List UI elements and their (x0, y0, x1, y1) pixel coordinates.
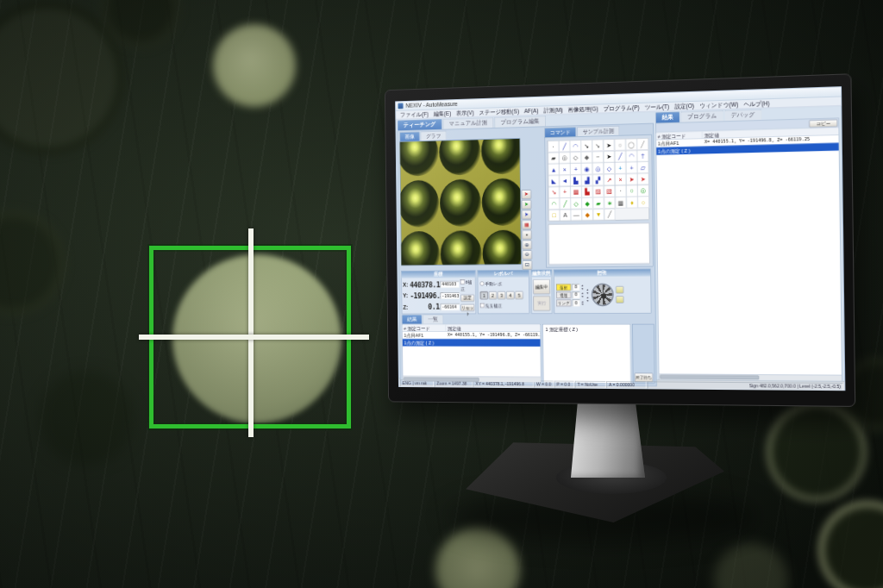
light-level-field[interactable]: 0 (572, 291, 579, 298)
measure-tool-icon[interactable]: — (571, 210, 582, 222)
measure-tool-icon[interactable]: ○ (626, 185, 637, 197)
measure-tool-icon[interactable]: + (570, 163, 581, 175)
measure-tool-icon[interactable]: + (560, 186, 571, 198)
measure-tool-icon[interactable]: ▲ (548, 164, 560, 176)
edit-state-button[interactable]: 実行 (533, 296, 550, 310)
measure-tool-icon[interactable]: ∗ (604, 197, 615, 209)
coordinate-set-button[interactable]: 設定 (460, 295, 474, 302)
measure-tool-icon[interactable]: ◠ (570, 141, 581, 153)
scrollbar-thumb[interactable] (660, 375, 759, 379)
measure-tool-icon[interactable]: ◆ (581, 152, 592, 164)
objective-select-button[interactable]: 2 (489, 291, 497, 299)
light-fine-spinner[interactable]: ▲▼ (586, 288, 590, 294)
bottom-tab[interactable]: 結果 (402, 315, 423, 324)
measure-tool-icon[interactable]: A (560, 210, 571, 222)
menu-item[interactable]: ヘルプ(H) (742, 99, 772, 109)
measure-tool-icon[interactable]: ▰ (592, 197, 604, 210)
measure-tool-icon[interactable]: ◣ (548, 175, 560, 187)
measure-tool-icon[interactable]: ◠ (548, 198, 560, 210)
measure-tool-icon[interactable]: ◎ (559, 152, 570, 164)
menu-item[interactable]: AF(A) (522, 107, 541, 115)
measure-tool-icon[interactable]: · (548, 141, 559, 153)
measure-tool-icon[interactable]: ◎ (592, 163, 604, 175)
measure-tool-icon[interactable]: ➤ (626, 173, 637, 185)
measure-tool-icon[interactable]: ○ (615, 139, 626, 151)
axis-target-field[interactable]: -191463 (441, 292, 460, 299)
measure-tool-icon[interactable]: ↗ (604, 174, 615, 186)
results-tab[interactable]: 結果 (655, 111, 680, 123)
measure-tool-icon[interactable]: ╱ (559, 141, 570, 153)
measure-tool-icon[interactable]: ◄ (560, 175, 571, 187)
light-fine-spinner[interactable]: ▲▼ (586, 296, 590, 302)
measure-tool-icon[interactable]: ▞ (592, 174, 604, 186)
measure-tool-icon[interactable]: · (615, 185, 626, 197)
light-level-field[interactable]: 8 (572, 284, 579, 291)
light-preset-button[interactable] (616, 286, 623, 293)
camera-live-view[interactable] (399, 138, 521, 266)
measure-tool-icon[interactable]: + (615, 162, 626, 174)
light-level-spinner[interactable]: ▲▼ (581, 284, 585, 290)
light-level-spinner[interactable]: ▲▼ (581, 300, 585, 306)
measure-tool-icon[interactable]: ➤ (604, 139, 615, 151)
measure-tool-icon[interactable]: ╱ (637, 138, 648, 150)
measure-tool-icon[interactable]: ▱ (637, 161, 648, 173)
measure-tool-icon[interactable]: ♦ (626, 197, 637, 209)
measure-tool-icon[interactable]: ◆ (582, 209, 593, 221)
measure-tool-icon[interactable]: × (559, 163, 570, 175)
axis-target-field[interactable]: -66164 (441, 303, 460, 310)
measure-tool-icon[interactable]: ◇ (571, 197, 582, 210)
table-row[interactable]: 1点目AF1 X= 440155.1, Y= -191496.8, Z= -66… (402, 332, 540, 340)
menu-item[interactable]: 計測(M) (542, 105, 565, 115)
measure-tool-icon[interactable]: ↘ (592, 140, 604, 152)
horizontal-scrollbar[interactable] (403, 376, 541, 383)
objective-select-button[interactable]: 5 (515, 291, 523, 299)
measure-tool-icon[interactable]: ◇ (570, 152, 581, 164)
light-level-spinner[interactable]: ▲▼ (581, 291, 585, 297)
image-tool-button[interactable]: ➤ (522, 190, 531, 199)
table-row[interactable]: 1点の測定 ( Z ) (403, 339, 541, 347)
measure-tool-icon[interactable]: ▦ (615, 197, 626, 209)
measure-tool-icon[interactable]: ▼ (593, 209, 604, 221)
measure-tool-icon[interactable]: ↘ (581, 140, 592, 152)
measure-tool-icon[interactable]: + (626, 162, 637, 174)
measure-tool-icon[interactable]: ▦ (571, 186, 582, 198)
measure-tool-icon[interactable]: ╱ (604, 209, 616, 221)
measure-tool-icon[interactable]: ▙ (581, 186, 592, 198)
measure-tool-icon[interactable]: ~ (592, 151, 604, 163)
measure-tool-icon[interactable]: ▧ (604, 185, 615, 197)
image-tool-button[interactable]: ▪ (522, 230, 531, 240)
menu-item[interactable]: 編集(E) (431, 109, 454, 118)
image-tool-button[interactable]: ▦ (522, 220, 531, 229)
horizontal-scrollbar[interactable] (659, 373, 842, 380)
measure-tool-icon[interactable]: ▰ (548, 152, 559, 164)
manual-revolver-radio[interactable]: 手動レボ (480, 281, 527, 287)
measure-tool-icon[interactable]: ▟ (581, 174, 592, 186)
measure-tool-icon[interactable]: ◉ (581, 163, 592, 175)
measure-tool-icon[interactable]: ▨ (592, 185, 604, 197)
measure-tool-icon[interactable]: ➤ (637, 173, 648, 185)
measure-tool-icon[interactable]: ◆ (582, 197, 593, 210)
image-tab[interactable]: グラフ (421, 131, 447, 141)
copy-button[interactable]: コピー (809, 119, 837, 127)
axis-target-field[interactable]: 440103 (441, 281, 460, 288)
coordinate-reset-button[interactable]: リセット (460, 304, 474, 311)
measure-tool-icon[interactable]: ◎ (637, 185, 648, 197)
measure-tool-icon[interactable]: ◯ (626, 139, 637, 151)
image-tool-button[interactable]: ⊕ (522, 241, 531, 250)
measure-tool-icon[interactable]: ╱ (560, 197, 571, 210)
image-tool-button[interactable]: ⊖ (523, 250, 532, 260)
objective-select-button[interactable]: 4 (506, 291, 514, 299)
edit-state-button[interactable]: 編集中 (533, 279, 550, 294)
menu-item[interactable]: 設定(O) (673, 101, 697, 110)
lens-correction-checkbox[interactable]: 先玉補正 (480, 303, 527, 310)
command-list-box[interactable] (548, 222, 650, 265)
measure-tool-icon[interactable]: ➤ (604, 151, 615, 163)
measure-tool-icon[interactable]: ↘ (548, 186, 560, 198)
image-tab[interactable]: 画像 (399, 132, 420, 142)
measure-tool-icon[interactable]: ◠ (626, 150, 637, 162)
image-tool-button[interactable]: ⊡ (523, 260, 532, 270)
measure-tool-icon[interactable]: × (615, 173, 626, 185)
theta-correction-checkbox[interactable]: θ補正 (460, 279, 474, 291)
menu-item[interactable]: ツール(T) (642, 102, 672, 111)
measure-tool-icon[interactable]: ◇ (604, 162, 615, 174)
